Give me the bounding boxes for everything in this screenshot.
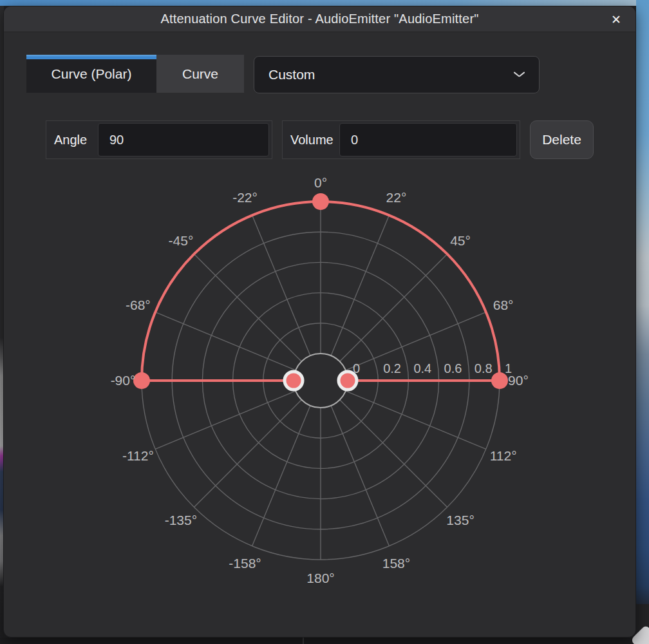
angle-tick-label: -22° (232, 190, 258, 205)
angle-tick-label: -158° (229, 556, 261, 571)
angle-tick-label: -45° (169, 233, 194, 248)
screen: Attenuation Curve Editor - AudioEmitter … (0, 0, 649, 644)
angle-tick-label: 22° (386, 190, 407, 205)
angle-field-label: Angle (46, 133, 87, 147)
polar-chart[interactable]: 00.20.40.60.810°22°45°68°90°112°135°158°… (95, 168, 546, 593)
angle-tick-label: -112° (122, 448, 154, 463)
attenuation-curve-editor-dialog: Attenuation Curve Editor - AudioEmitter … (3, 6, 636, 638)
angle-tick-label: -68° (126, 298, 151, 312)
active-tab-accent (26, 55, 156, 59)
angle-tick-label: -90° (111, 373, 136, 388)
grid-radial-line (155, 312, 296, 370)
preset-dropdown-value: Custom (254, 67, 514, 82)
angle-tick-label: 0° (314, 175, 327, 190)
desktop-wallpaper-top (0, 0, 649, 6)
angle-tick-label: 158° (382, 556, 410, 571)
grid-radial-line (194, 400, 301, 507)
dialog-titlebar[interactable]: Attenuation Curve Editor - AudioEmitter … (4, 6, 635, 32)
preset-dropdown[interactable]: Custom (254, 56, 540, 93)
angle-tick-label: 180° (306, 571, 334, 585)
curve-point-selected[interactable] (285, 372, 303, 390)
volume-input[interactable] (339, 123, 517, 156)
background-corner-panel (635, 604, 649, 644)
tab-curve-polar-label: Curve (Polar) (52, 66, 132, 82)
angle-tick-label: 135° (446, 513, 474, 527)
grid-radial-line (331, 215, 389, 355)
angle-tick-label: 112° (490, 448, 517, 463)
grid-radial-line (331, 406, 389, 546)
tab-curve-label: Curve (182, 66, 218, 82)
radial-tick-label: 0.4 (413, 361, 431, 375)
volume-field: Volume (282, 120, 520, 159)
close-button[interactable]: ✕ (606, 10, 626, 29)
angle-tick-label: -135° (165, 513, 197, 527)
tab-curve-polar[interactable]: Curve (Polar) (26, 55, 156, 93)
background-window-strip (0, 638, 649, 644)
tab-curve[interactable]: Curve (156, 55, 244, 93)
desktop-wallpaper-right (636, 0, 649, 611)
curve-point[interactable] (312, 193, 329, 210)
grid-radial-line (340, 254, 447, 361)
angle-input[interactable] (98, 123, 269, 156)
grid-radial-line (194, 254, 301, 361)
grid-radial-line (340, 400, 447, 507)
chevron-down-icon (514, 71, 525, 78)
radial-tick-label: 0.6 (444, 361, 462, 375)
angle-tick-label: 68° (493, 298, 514, 312)
angle-field: Angle (46, 120, 272, 159)
grid-radial-line (252, 215, 310, 355)
grid-radial-line (252, 406, 310, 546)
grid-radial-line (155, 391, 296, 449)
volume-field-label: Volume (283, 133, 334, 147)
angle-tick-label: 45° (450, 233, 471, 248)
radial-tick-label: 0.8 (475, 361, 493, 375)
grid-radial-line (346, 391, 486, 449)
background-divider (303, 638, 304, 644)
radial-tick-label: 0.2 (383, 361, 401, 375)
radial-tick-label: 0 (353, 361, 360, 375)
curve-point[interactable] (133, 372, 150, 389)
angle-tick-label: 90° (508, 373, 529, 388)
dialog-title: Attenuation Curve Editor - AudioEmitter … (160, 12, 478, 26)
delete-button[interactable]: Delete (530, 120, 594, 159)
